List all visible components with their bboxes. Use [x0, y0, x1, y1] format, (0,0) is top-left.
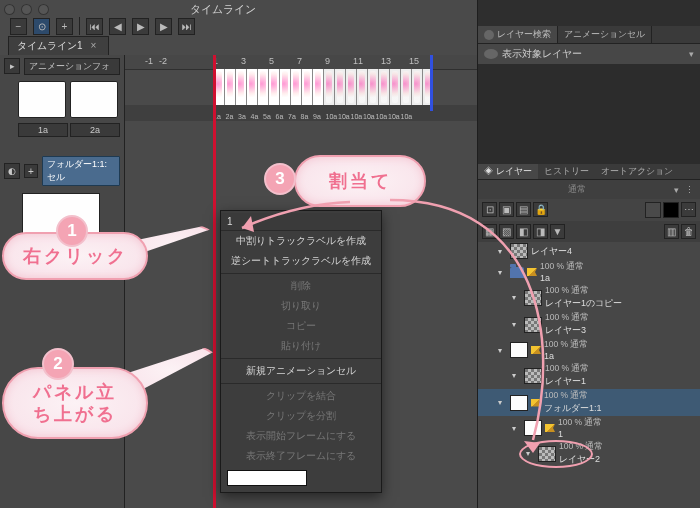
zoom-in-icon[interactable]: + [56, 18, 73, 35]
annotation-badge-2: 2 [42, 348, 74, 380]
annotation-bubble-2: パネル立 ち上がる [2, 367, 148, 439]
panel-tabs-1: レイヤー検索 アニメーションセル [478, 26, 700, 44]
frame-label: 6a [276, 113, 284, 120]
prev-frame-icon[interactable]: ◀ [109, 18, 126, 35]
context-menu-header: 1 [221, 213, 381, 231]
cel-thumbnail-2a [70, 81, 118, 118]
layer-row[interactable]: ▾100 % 通常フォルダー1:1 [478, 389, 700, 416]
zoom-fit-icon[interactable]: ⊙ [33, 18, 50, 35]
layer-row[interactable]: ▾100 % 通常レイヤー1 [478, 362, 700, 389]
context-menu-item[interactable]: 中割りトラックラベルを作成 [221, 231, 381, 251]
frame-label: 2a [226, 113, 234, 120]
frame-thumb[interactable] [246, 69, 257, 105]
annotation-badge-1: 1 [56, 215, 88, 247]
blend-mode-label[interactable]: 通常 [568, 183, 586, 196]
cel-tab-2a[interactable]: 2a [70, 123, 120, 137]
disclosure-triangle-icon[interactable]: ▾ [526, 449, 535, 458]
tab-layer-search[interactable]: レイヤー検索 [478, 26, 558, 43]
window-buttons [4, 4, 49, 15]
layer-lock-icon[interactable]: 🔒 [533, 202, 548, 217]
playback-end-marker[interactable] [430, 55, 433, 111]
new-layer-icon[interactable]: ▦ [482, 224, 497, 239]
layer-tree[interactable]: ▾レイヤー4▾100 % 通常1a▾100 % 通常レイヤー1のコピー▾100 … [478, 242, 700, 508]
layer-merge-icon[interactable]: ▼ [550, 224, 565, 239]
frame-thumb[interactable] [312, 69, 323, 105]
divider [79, 17, 80, 35]
cel-tab-1a[interactable]: 1a [18, 123, 68, 137]
tab-autoaction[interactable]: オートアクション [595, 164, 679, 179]
layer-mask-icon[interactable]: ◧ [516, 224, 531, 239]
frame-thumb[interactable] [411, 69, 422, 105]
track-visibility-icon[interactable]: ◐ [4, 163, 20, 179]
layer-2pane-icon[interactable]: ▥ [664, 224, 679, 239]
layer-thumbnail [510, 342, 528, 358]
layer-row[interactable]: ▾100 % 通常レイヤー2 [478, 440, 700, 467]
frame-thumb[interactable] [235, 69, 246, 105]
disclosure-triangle-icon[interactable]: ▾ [512, 320, 521, 329]
layer-draft-icon[interactable]: ▤ [516, 202, 531, 217]
frame-thumb[interactable] [290, 69, 301, 105]
go-end-icon[interactable]: ⏭ [178, 18, 195, 35]
eye-icon[interactable] [484, 49, 498, 59]
layer-name-label: レイヤー1 [545, 375, 589, 388]
play-icon[interactable]: ▶ [132, 18, 149, 35]
layer-row[interactable]: ▾100 % 通常レイヤー3 [478, 311, 700, 338]
layer-ref-icon[interactable]: ▣ [499, 202, 514, 217]
layer-row[interactable]: ▾レイヤー4 [478, 242, 700, 260]
dropdown-button-icon[interactable]: ⋮ [685, 185, 694, 195]
tab-animation-cel[interactable]: アニメーションセル [558, 26, 652, 43]
frame-thumb[interactable] [224, 69, 235, 105]
frame-thumb[interactable] [334, 69, 345, 105]
layer-menu-icon[interactable]: ⋯ [681, 202, 696, 217]
add-track-button[interactable]: + [24, 164, 38, 178]
disclosure-triangle-icon[interactable]: ▾ [498, 247, 507, 256]
layer-row[interactable]: ▾100 % 通常1a [478, 260, 700, 284]
palette-color-2[interactable] [663, 202, 679, 218]
frame-thumb[interactable] [301, 69, 312, 105]
context-menu-input[interactable] [227, 470, 307, 486]
layer-ruler-icon[interactable]: ◨ [533, 224, 548, 239]
frame-thumb[interactable] [345, 69, 356, 105]
panel-tabs-2: ◈ レイヤー ヒストリー オートアクション [478, 164, 700, 180]
disclosure-icon[interactable]: ▸ [4, 58, 20, 74]
frame-thumb[interactable] [323, 69, 334, 105]
zoom-out-icon[interactable]: − [10, 18, 27, 35]
chevron-down-icon[interactable]: ▾ [689, 49, 694, 59]
context-menu[interactable]: 1 中割りトラックラベルを作成逆シートトラックラベルを作成削除切り取りコピー貼り… [220, 210, 382, 493]
next-frame-icon[interactable]: ▶ [155, 18, 172, 35]
trash-icon[interactable]: 🗑 [681, 224, 696, 239]
frame-thumb[interactable] [400, 69, 411, 105]
layer-clip-icon[interactable]: ⊡ [482, 202, 497, 217]
layer-row[interactable]: ▾100 % 通常レイヤー1のコピー [478, 284, 700, 311]
frame-thumb[interactable] [257, 69, 268, 105]
new-folder-icon[interactable]: ▧ [499, 224, 514, 239]
timeline-tab[interactable]: タイムライン1 [8, 36, 109, 56]
disclosure-triangle-icon[interactable]: ▾ [498, 346, 507, 355]
tab-layer[interactable]: ◈ レイヤー [478, 164, 538, 179]
disclosure-triangle-icon[interactable]: ▾ [512, 424, 521, 433]
layer-row[interactable]: ▾100 % 通常1 [478, 416, 700, 440]
tab-history[interactable]: ヒストリー [538, 164, 595, 179]
frame-thumb[interactable] [279, 69, 290, 105]
palette-color-1[interactable] [645, 202, 661, 218]
disclosure-triangle-icon[interactable]: ▾ [498, 398, 507, 407]
disclosure-triangle-icon[interactable]: ▾ [498, 268, 507, 277]
context-menu-item[interactable]: 逆シートトラックラベルを作成 [221, 251, 381, 271]
timeline-ruler[interactable]: 13579111315-1-2 [125, 55, 478, 70]
frame-thumb[interactable] [367, 69, 378, 105]
frame-thumb[interactable] [378, 69, 389, 105]
frame-thumb[interactable] [356, 69, 367, 105]
layer-name-label: 1 [558, 429, 602, 439]
disclosure-triangle-icon[interactable]: ▾ [512, 371, 521, 380]
chevron-down-icon[interactable]: ▾ [674, 185, 679, 195]
go-start-icon[interactable]: ⏮ [86, 18, 103, 35]
disclosure-triangle-icon[interactable]: ▾ [512, 293, 521, 302]
layer-toolbar: ⊡ ▣ ▤ 🔒 ⋯ [478, 199, 700, 221]
frame-thumb[interactable] [268, 69, 279, 105]
frame-thumb[interactable] [389, 69, 400, 105]
layer-row[interactable]: ▾100 % 通常1a [478, 338, 700, 362]
playhead-marker[interactable] [213, 55, 216, 508]
context-menu-item[interactable]: 新規アニメーションセル [221, 361, 381, 381]
anim-folder-label[interactable]: アニメーションフォ [24, 58, 120, 75]
new-folder-label[interactable]: フォルダー1:1: セル [42, 156, 120, 186]
